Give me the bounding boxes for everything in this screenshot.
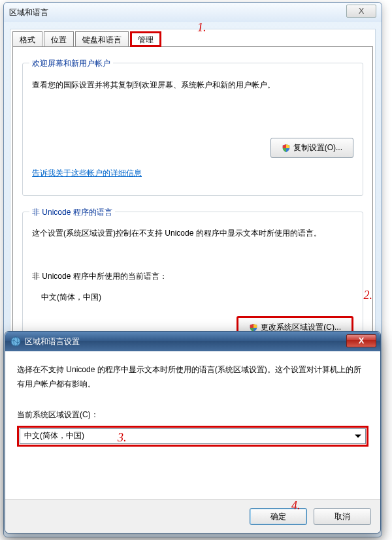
shield-icon (282, 144, 291, 153)
copy-settings-label: 复制设置(O)... (293, 142, 342, 153)
locale-settings-dialog: 区域和语言设置 X 选择在不支持 Unicode 的程序中显示文本时所使用的语言… (5, 331, 381, 533)
welcome-group: 欢迎屏幕和新用户帐户 查看您的国际设置并将其复制到欢迎屏幕、系统帐户和新的用户帐… (22, 63, 363, 196)
dialog-title: 区域和语言设置 (25, 336, 80, 347)
cancel-button[interactable]: 取消 (314, 508, 371, 525)
annotation-1: 1. (197, 21, 206, 35)
locale-select[interactable]: 中文(简体，中国) (20, 428, 366, 444)
annotation-2: 2. (364, 289, 373, 302)
tab-format[interactable]: 格式 (12, 31, 42, 47)
dialog-desc: 选择在不支持 Unicode 的程序中显示文本时所使用的语言(系统区域设置)。这… (17, 363, 368, 391)
dialog-body: 选择在不支持 Unicode 的程序中显示文本时所使用的语言(系统区域设置)。这… (5, 351, 380, 499)
locale-select-highlight: 中文(简体，中国) (17, 426, 368, 447)
current-locale-value: 中文(简体，中国) (41, 292, 101, 303)
tab-strip: 格式 位置 键盘和语言 管理 (12, 31, 163, 47)
dialog-footer: 确定 取消 (5, 499, 380, 533)
locale-select-value: 中文(简体，中国) (24, 431, 84, 440)
main-title: 区域和语言 (9, 7, 48, 18)
welcome-group-title: 欢迎屏幕和新用户帐户 (29, 58, 113, 69)
tab-admin[interactable]: 管理 (130, 31, 161, 47)
annotation-3: 3. (118, 431, 127, 445)
non-unicode-title: 非 Unicode 程序的语言 (29, 207, 115, 218)
tab-keyboard[interactable]: 键盘和语言 (75, 31, 129, 47)
dialog-titlebar[interactable]: 区域和语言设置 X (5, 332, 380, 351)
globe-icon (10, 336, 21, 347)
dialog-close-button[interactable]: X (346, 334, 376, 347)
tab-location[interactable]: 位置 (44, 31, 74, 47)
annotation-4: 4. (291, 499, 301, 513)
accounts-info-link[interactable]: 告诉我关于这些帐户的详细信息 (32, 168, 142, 179)
welcome-desc: 查看您的国际设置并将其复制到欢迎屏幕、系统帐户和新的用户帐户。 (32, 79, 353, 91)
non-unicode-desc: 这个设置(系统区域设置)控制在不支持 Unicode 的程序中显示文本时所使用的… (32, 227, 353, 240)
current-locale-label: 非 Unicode 程序中所使用的当前语言： (32, 271, 167, 282)
main-titlebar[interactable]: 区域和语言 (4, 3, 382, 22)
copy-settings-button[interactable]: 复制设置(O)... (270, 138, 353, 158)
locale-select-label: 当前系统区域设置(C)： (17, 409, 368, 421)
main-close-button[interactable]: X (346, 5, 376, 18)
chevron-down-icon (355, 435, 361, 438)
non-unicode-group: 非 Unicode 程序的语言 这个设置(系统区域设置)控制在不支持 Unico… (22, 212, 363, 349)
